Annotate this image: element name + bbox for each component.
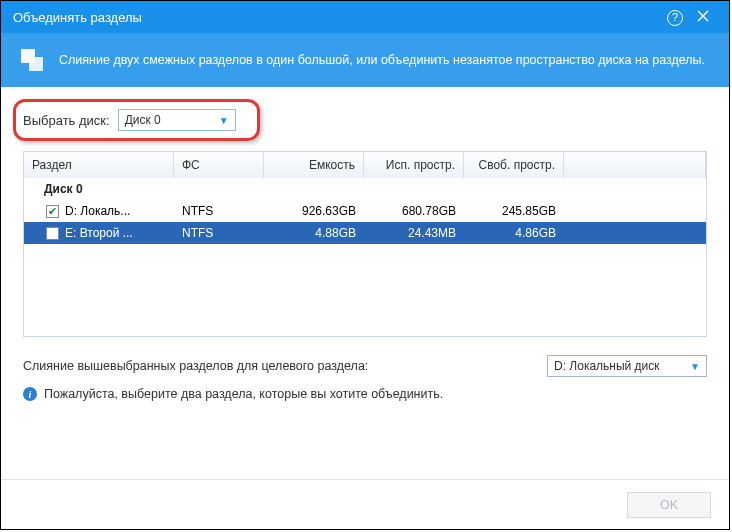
info-icon: i (23, 387, 37, 401)
col-free[interactable]: Своб. простр. (464, 152, 564, 178)
partition-name: D: Локаль... (65, 204, 130, 218)
table-row[interactable]: E: Второй ... NTFS 4.88GB 24.43MB 4.86GB (24, 222, 706, 244)
close-icon[interactable] (689, 9, 717, 25)
cell-fs: NTFS (174, 204, 264, 218)
hint-text: Пожалуйста, выберите два раздела, которы… (44, 387, 443, 401)
disk-selector-label: Выбрать диск: (23, 113, 110, 128)
table-row[interactable]: ✔ D: Локаль... NTFS 926.63GB 680.78GB 24… (24, 200, 706, 222)
ok-button[interactable]: OK (627, 492, 711, 518)
help-icon[interactable]: ? (661, 8, 689, 26)
merge-icon (19, 47, 45, 73)
checkbox[interactable]: ✔ (46, 205, 59, 218)
cell-free: 4.86GB (464, 226, 564, 240)
target-value: D: Локальный диск (554, 359, 660, 373)
disk-group: Диск 0 (24, 178, 706, 200)
footer: OK (1, 479, 729, 529)
disk-selector-row: Выбрать диск: Диск 0 ▼ (23, 109, 236, 131)
col-fs[interactable]: ФС (174, 152, 264, 178)
target-row: Слияние вышевыбранных разделов для целев… (23, 355, 707, 377)
partition-name: E: Второй ... (65, 226, 133, 240)
cell-capacity: 4.88GB (264, 226, 364, 240)
checkbox[interactable] (46, 227, 59, 240)
target-dropdown[interactable]: D: Локальный диск ▼ (547, 355, 707, 377)
cell-used: 680.78GB (364, 204, 464, 218)
cell-used: 24.43MB (364, 226, 464, 240)
table-head: Раздел ФС Емкость Исп. простр. Своб. про… (24, 152, 706, 178)
dialog-window: Объединять разделы ? Слияние двух смежны… (0, 0, 730, 530)
col-partition[interactable]: Раздел (24, 152, 174, 178)
col-rest (564, 152, 706, 178)
target-label: Слияние вышевыбранных разделов для целев… (23, 359, 547, 373)
disk-selector-dropdown[interactable]: Диск 0 ▼ (118, 109, 236, 131)
partition-table: Раздел ФС Емкость Исп. простр. Своб. про… (23, 151, 707, 337)
info-banner: Слияние двух смежных разделов в один бол… (1, 33, 729, 87)
banner-text: Слияние двух смежных разделов в один бол… (59, 53, 705, 67)
cell-capacity: 926.63GB (264, 204, 364, 218)
svg-rect-3 (29, 57, 43, 71)
col-used[interactable]: Исп. простр. (364, 152, 464, 178)
titlebar: Объединять разделы ? (1, 1, 729, 33)
chevron-down-icon: ▼ (219, 115, 229, 126)
cell-free: 245.85GB (464, 204, 564, 218)
hint-row: i Пожалуйста, выберите два раздела, кото… (23, 387, 707, 401)
disk-selector-value: Диск 0 (125, 113, 161, 127)
cell-fs: NTFS (174, 226, 264, 240)
col-capacity[interactable]: Емкость (264, 152, 364, 178)
table-body: Диск 0 ✔ D: Локаль... NTFS 926.63GB 680.… (24, 178, 706, 336)
window-title: Объединять разделы (13, 10, 142, 25)
chevron-down-icon: ▼ (690, 361, 700, 372)
